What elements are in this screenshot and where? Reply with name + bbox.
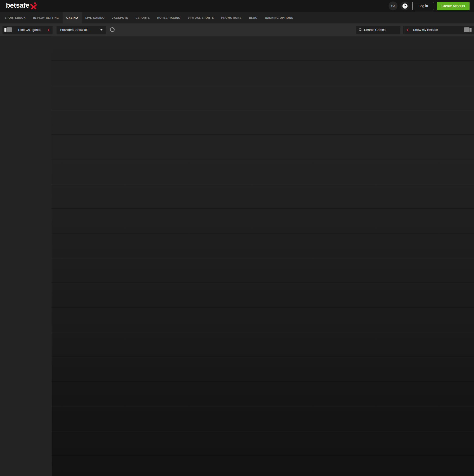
betsafe-logo[interactable]: betsafe <box>6 1 37 9</box>
nav-item-sportsbook[interactable]: SPORTSBOOK <box>1 12 29 23</box>
nav-item-casino[interactable]: CASINO <box>63 12 82 23</box>
chevron-left-icon <box>406 28 409 32</box>
search-games-box[interactable] <box>356 26 400 34</box>
show-my-betsafe-panel[interactable]: Show my Betsafe <box>403 26 474 34</box>
login-button[interactable]: Log in <box>412 2 434 10</box>
nav-item-horse-racing[interactable]: HORSE RACING <box>154 12 184 23</box>
country-badge[interactable]: CA <box>389 1 397 10</box>
providers-label: Providers: Show all <box>60 28 87 32</box>
nav-item-jackpots[interactable]: JACKPOTS <box>108 12 132 23</box>
main-navigation: SPORTSBOOK IN-PLAY BETTING CASINO LIVE C… <box>0 12 474 23</box>
search-games-input[interactable] <box>364 28 398 32</box>
nav-item-live-casino[interactable]: LIVE CASINO <box>82 12 108 23</box>
nav-item-promotions[interactable]: PROMOTIONS <box>217 12 245 23</box>
casino-toolbar: Hide Categories Providers: Show all Show… <box>0 23 474 36</box>
top-header: betsafe CA ? Log in Create Account <box>0 0 474 12</box>
games-grid-loading-area <box>52 36 474 476</box>
nav-item-in-play-betting[interactable]: IN-PLAY BETTING <box>29 12 63 23</box>
sidebar-toggle-icon <box>4 27 12 32</box>
categories-sidebar <box>0 36 52 476</box>
create-account-button[interactable]: Create Account <box>437 2 470 10</box>
header-actions: CA ? Log in Create Account <box>389 0 470 12</box>
chevron-left-icon <box>47 28 50 32</box>
refresh-icon <box>110 27 115 32</box>
providers-dropdown[interactable]: Providers: Show all <box>57 26 106 34</box>
help-button[interactable]: ? <box>400 1 409 10</box>
search-icon <box>359 28 362 32</box>
nav-item-esports[interactable]: ESPORTS <box>132 12 153 23</box>
betsafe-star-icon <box>30 2 37 9</box>
chevron-down-icon <box>100 29 103 31</box>
casino-content <box>0 36 474 476</box>
panel-toggle-icon <box>464 27 472 32</box>
nav-item-banking-options[interactable]: BANKING OPTIONS <box>261 12 297 23</box>
nav-item-virtual-sports[interactable]: VIRTUAL SPORTS <box>184 12 218 23</box>
question-mark-icon: ? <box>402 3 408 9</box>
refresh-button[interactable] <box>110 27 115 32</box>
betsafe-logo-text: betsafe <box>6 1 29 9</box>
nav-item-blog[interactable]: BLOG <box>245 12 261 23</box>
hide-categories-label: Hide Categories <box>12 28 47 32</box>
hide-categories-button[interactable]: Hide Categories <box>2 26 53 34</box>
show-my-betsafe-label: Show my Betsafe <box>411 28 461 32</box>
